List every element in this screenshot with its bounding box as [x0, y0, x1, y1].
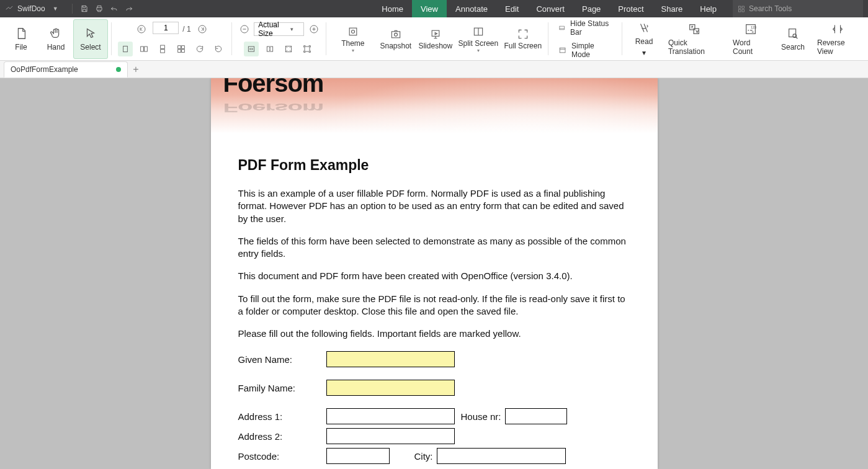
house-nr-field[interactable] — [505, 408, 567, 424]
family-name-field[interactable] — [326, 380, 455, 396]
search-tools-input[interactable]: Search Tools — [733, 0, 863, 17]
last-page-icon — [197, 24, 207, 34]
new-tab-button[interactable]: + — [128, 61, 144, 78]
word-count-icon: 123 — [744, 22, 758, 36]
paragraph: Please fill out the following fields. Im… — [238, 328, 630, 340]
single-page-icon — [120, 44, 130, 54]
statusbar-icon — [558, 24, 565, 32]
workspace[interactable]: Foersom Foersom PDF Form Example This is… — [0, 78, 868, 469]
dropdown-caret-icon: ▾ — [642, 48, 646, 57]
menu-edit[interactable]: Edit — [496, 0, 527, 17]
address2-field[interactable] — [326, 428, 455, 444]
split-screen-button[interactable]: Split Screen ▾ — [455, 19, 501, 59]
rotate-cw-button[interactable] — [192, 42, 207, 56]
continuous-icon — [158, 44, 168, 54]
simple-mode-toggle[interactable]: Simple Mode — [558, 42, 612, 59]
menu-convert[interactable]: Convert — [527, 0, 573, 17]
slideshow-icon — [429, 28, 442, 40]
last-page-button[interactable] — [195, 22, 210, 37]
city-field[interactable] — [437, 448, 566, 464]
snapshot-button[interactable]: Snapshot — [376, 19, 416, 59]
document-tab[interactable]: OoPdfFormExample — [4, 61, 128, 78]
theme-label: Theme — [341, 39, 364, 48]
svg-rect-1 — [742, 6, 745, 9]
menu-page[interactable]: Page — [573, 0, 609, 17]
menu-protect[interactable]: Protect — [609, 0, 652, 17]
file-button[interactable]: File — [4, 19, 38, 59]
house-nr-label: House nr: — [461, 411, 501, 422]
slideshow-button[interactable]: Slideshow — [416, 19, 455, 59]
redo-button[interactable] — [122, 2, 136, 16]
dropdown-caret-icon: ▾ — [352, 49, 354, 53]
actual-size-button[interactable] — [300, 42, 315, 56]
title-bar: SwifDoo ▼ Home View Annotate Edit Conver… — [0, 0, 868, 17]
first-page-button[interactable] — [134, 22, 149, 37]
hide-status-bar-toggle[interactable]: Hide Status Bar — [558, 19, 612, 37]
document-content: PDF Form Example This is an example of a… — [211, 133, 658, 469]
continuous-view-button[interactable] — [155, 42, 170, 56]
theme-button[interactable]: Theme ▾ — [330, 19, 376, 59]
svg-text:123: 123 — [751, 25, 756, 29]
search-button[interactable]: Search — [775, 19, 811, 59]
hand-button[interactable]: Hand — [38, 19, 73, 59]
reverse-view-label: Reverse View — [817, 38, 858, 56]
address2-label: Address 2: — [238, 431, 326, 442]
ribbon-view: File Hand Select / 1 Actual — [0, 17, 868, 61]
menu-view[interactable]: View — [412, 0, 447, 17]
address1-field[interactable] — [326, 408, 455, 424]
postcode-field[interactable] — [326, 448, 390, 464]
quick-translation-label: Quick Translation — [668, 38, 720, 56]
svg-rect-2 — [739, 10, 741, 12]
full-screen-button[interactable]: Full Screen — [501, 19, 545, 59]
rotate-ccw-button[interactable] — [211, 42, 226, 56]
svg-rect-33 — [789, 29, 796, 37]
svg-rect-10 — [161, 49, 165, 52]
page-number-input[interactable] — [153, 22, 179, 34]
fit-height-button[interactable] — [262, 42, 277, 56]
snapshot-label: Snapshot — [380, 42, 411, 50]
fit-page-button[interactable] — [281, 42, 296, 56]
document-tab-label: OoPdfFormExample — [11, 65, 78, 74]
menu-help[interactable]: Help — [691, 0, 725, 17]
read-aloud-icon — [637, 21, 651, 35]
select-button[interactable]: Select — [73, 19, 108, 59]
paragraph: To fill out the form, make sure the PDF … — [238, 293, 630, 318]
unsaved-indicator-icon — [116, 67, 121, 72]
quick-translation-button[interactable]: Quick Translation — [662, 19, 727, 59]
save-button[interactable] — [78, 2, 91, 16]
svg-rect-20 — [305, 47, 310, 51]
svg-rect-6 — [123, 46, 128, 51]
search-label: Search — [781, 43, 805, 51]
word-count-button[interactable]: 123 Word Count — [727, 19, 775, 59]
svg-rect-13 — [178, 49, 181, 52]
app-menu-caret-icon[interactable]: ▼ — [53, 6, 58, 12]
simple-mode-icon — [558, 46, 566, 55]
file-label: File — [15, 43, 27, 51]
menu-home[interactable]: Home — [373, 0, 412, 17]
document-tab-strip: OoPdfFormExample + — [0, 61, 868, 78]
svg-rect-11 — [178, 45, 181, 48]
single-page-view-button[interactable] — [118, 42, 133, 56]
zoom-in-button[interactable] — [308, 22, 320, 37]
svg-rect-27 — [560, 26, 565, 30]
paragraph: This document and PDF form have been cre… — [238, 270, 630, 282]
pdf-page: Foersom Foersom PDF Form Example This is… — [211, 78, 658, 469]
zoom-out-button[interactable] — [238, 22, 250, 37]
menu-bar: Home View Annotate Edit Convert Page Pro… — [373, 0, 868, 17]
svg-rect-21 — [349, 28, 357, 35]
menu-annotate[interactable]: Annotate — [447, 0, 496, 17]
two-page-view-button[interactable] — [136, 42, 151, 56]
zoom-level-select[interactable]: Actual Size — [254, 22, 304, 36]
menu-share[interactable]: Share — [653, 0, 692, 17]
fit-width-button[interactable] — [244, 42, 259, 56]
undo-button[interactable] — [107, 2, 121, 16]
grid-view-button[interactable] — [174, 42, 189, 56]
reverse-view-button[interactable]: Reverse View — [811, 19, 864, 59]
given-name-field[interactable] — [326, 351, 455, 367]
search-tools-placeholder: Search Tools — [749, 4, 792, 13]
read-button[interactable]: Read ▾ — [626, 19, 662, 59]
zoom-out-icon — [239, 24, 249, 34]
address1-label: Address 1: — [238, 411, 326, 422]
hand-label: Hand — [47, 43, 65, 51]
print-button[interactable] — [92, 2, 106, 16]
